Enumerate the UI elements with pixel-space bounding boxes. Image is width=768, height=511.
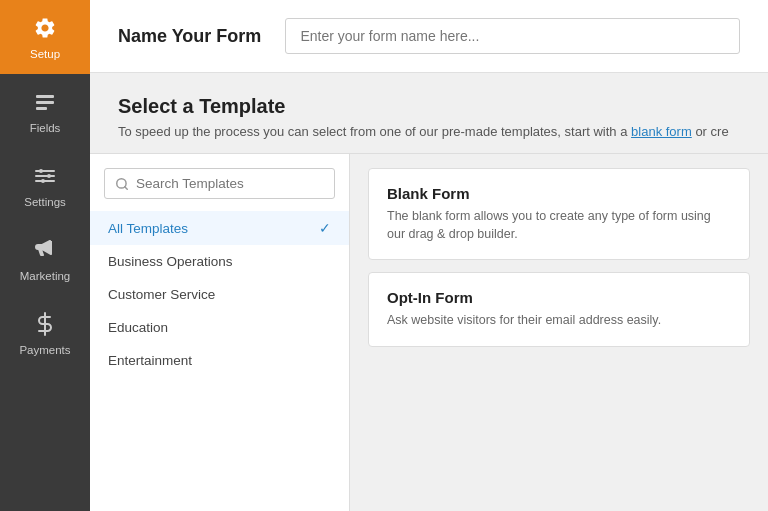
sidebar-settings-label: Settings: [24, 196, 66, 208]
sidebar-item-payments[interactable]: Payments: [0, 296, 90, 370]
category-customer-service[interactable]: Customer Service: [90, 278, 349, 311]
template-optin-desc: Ask website visitors for their email add…: [387, 312, 731, 330]
gear-icon: [31, 14, 59, 42]
sidebar: Setup Fields Settings: [0, 0, 90, 511]
form-name-title: Name Your Form: [118, 26, 261, 47]
svg-line-10: [125, 186, 128, 189]
sidebar-item-settings[interactable]: Settings: [0, 148, 90, 222]
sidebar-payments-label: Payments: [19, 344, 70, 356]
form-name-input[interactable]: [285, 18, 740, 54]
select-template-header: Select a Template To speed up the proces…: [90, 73, 768, 153]
main-content: Name Your Form Select a Template To spee…: [90, 0, 768, 511]
svg-rect-0: [36, 95, 54, 98]
select-template-desc: To speed up the process you can select f…: [118, 124, 740, 139]
sidebar-setup-label: Setup: [30, 48, 60, 60]
templates-panel: Blank Form The blank form allows you to …: [350, 154, 768, 511]
content-area: All Templates ✓ Business Operations Cust…: [90, 154, 768, 511]
svg-point-7: [47, 174, 51, 178]
svg-point-6: [39, 169, 43, 173]
category-entertainment[interactable]: Entertainment: [90, 344, 349, 377]
template-blank-title: Blank Form: [387, 185, 731, 202]
template-card-optin[interactable]: Opt-In Form Ask website visitors for the…: [368, 272, 750, 347]
svg-rect-1: [36, 101, 54, 104]
search-container[interactable]: [104, 168, 335, 199]
categories-panel: All Templates ✓ Business Operations Cust…: [90, 154, 350, 511]
template-optin-title: Opt-In Form: [387, 289, 731, 306]
check-icon: ✓: [319, 220, 331, 236]
svg-point-8: [41, 179, 45, 183]
svg-rect-2: [36, 107, 47, 110]
category-education[interactable]: Education: [90, 311, 349, 344]
sidebar-item-setup[interactable]: Setup: [0, 0, 90, 74]
sidebar-marketing-label: Marketing: [20, 270, 71, 282]
template-card-blank[interactable]: Blank Form The blank form allows you to …: [368, 168, 750, 260]
category-all-templates[interactable]: All Templates ✓: [90, 211, 349, 245]
search-templates-input[interactable]: [136, 176, 324, 191]
sidebar-item-marketing[interactable]: Marketing: [0, 222, 90, 296]
sidebar-fields-label: Fields: [30, 122, 61, 134]
sidebar-item-fields[interactable]: Fields: [0, 74, 90, 148]
fields-icon: [31, 88, 59, 116]
select-template-title: Select a Template: [118, 95, 740, 118]
template-blank-desc: The blank form allows you to create any …: [387, 208, 731, 243]
settings-icon: [31, 162, 59, 190]
search-icon: [115, 177, 129, 191]
search-wrapper: [90, 168, 349, 211]
dollar-icon: [31, 310, 59, 338]
blank-form-link[interactable]: blank form: [631, 124, 692, 139]
form-name-section: Name Your Form: [90, 0, 768, 73]
megaphone-icon: [31, 236, 59, 264]
category-business-operations[interactable]: Business Operations: [90, 245, 349, 278]
